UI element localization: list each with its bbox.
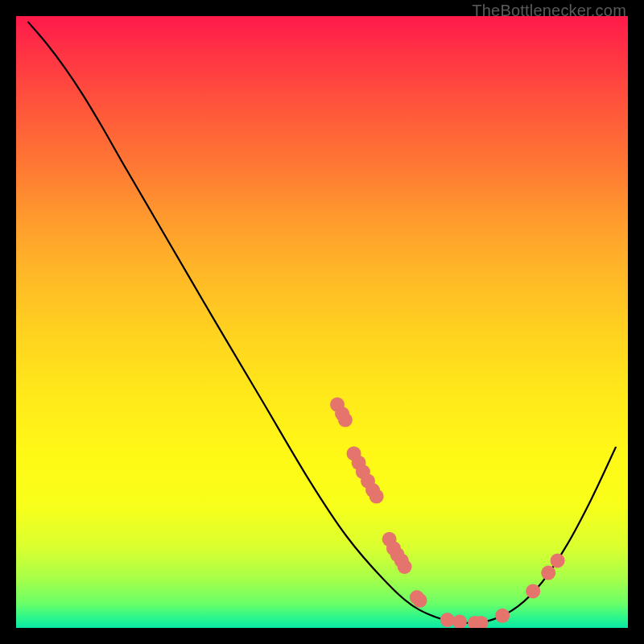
plot-area (16, 16, 628, 628)
watermark-text: TheBottlenecker.com (472, 2, 626, 20)
chart-line (28, 23, 616, 623)
chart-container: TheBottlenecker.com (0, 0, 644, 644)
chart-marker (398, 559, 412, 574)
chart-marker (338, 413, 353, 427)
chart-marker (526, 584, 540, 598)
chart-marker (369, 489, 384, 504)
chart-marker (551, 553, 565, 568)
chart-marker (440, 613, 455, 627)
chart-marker (541, 566, 555, 580)
chart-svg (16, 16, 628, 628)
chart-markers (330, 398, 565, 628)
chart-marker (495, 609, 510, 623)
chart-marker (413, 593, 427, 608)
chart-marker (452, 614, 467, 628)
